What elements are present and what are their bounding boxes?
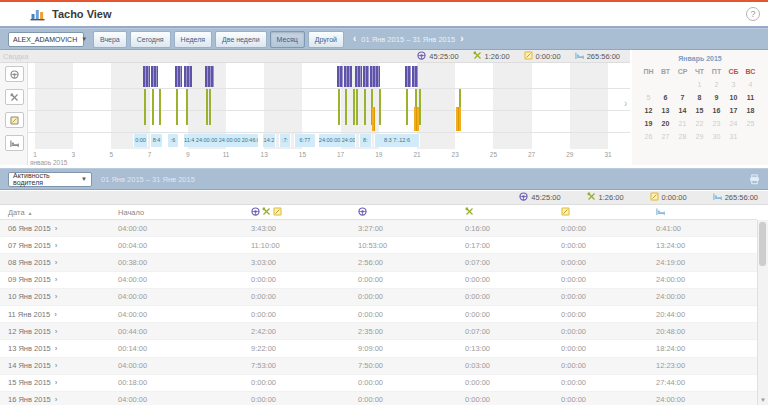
table-row-6[interactable]: 12 Янв 2015›00:44:002:42:002:35:000:07:0… bbox=[0, 323, 757, 340]
calendar-day-20[interactable]: 20 bbox=[657, 117, 674, 130]
calendar-weekday-header: СБ bbox=[725, 65, 742, 78]
range-button-4[interactable]: Месяц bbox=[270, 31, 305, 48]
rail-rest-bed-button[interactable] bbox=[5, 135, 24, 151]
range-button-5[interactable]: Другой bbox=[308, 31, 344, 48]
activity-view-select[interactable]: Активность водителя ▼ bbox=[8, 172, 92, 187]
cell-total: 0:00:00 bbox=[251, 395, 358, 404]
cell-start: 04:00:00 bbox=[118, 275, 251, 284]
table-row-9[interactable]: 15 Янв 2015›00:18:000:00:000:00:000:00:0… bbox=[0, 375, 757, 392]
calendar-day-30: 30 bbox=[708, 130, 725, 143]
rest-bed-icon bbox=[575, 51, 584, 62]
calendar-day-17[interactable]: 17 bbox=[725, 104, 742, 117]
cell-total: 7:53:00 bbox=[251, 361, 358, 370]
scrollbar-thumb[interactable] bbox=[759, 222, 766, 266]
row-expand-chevron-icon[interactable]: › bbox=[54, 310, 57, 319]
range-button-3[interactable]: Две недели bbox=[215, 31, 267, 48]
row-expand-chevron-icon[interactable]: › bbox=[55, 344, 58, 353]
column-header-availability-icon[interactable] bbox=[561, 207, 656, 218]
calendar-day-6[interactable]: 6 bbox=[657, 91, 674, 104]
table-row-10[interactable]: 16 Янв 2015›04:00:000:00:000:00:000:00:0… bbox=[0, 392, 757, 405]
cell-availability: 0:00:00 bbox=[561, 361, 656, 370]
column-header-date[interactable]: Дата▲ bbox=[8, 208, 118, 217]
calendar-day-11[interactable]: 11 bbox=[742, 91, 759, 104]
stat-availability-note: 0:00:00 bbox=[524, 51, 561, 62]
rest-segment: 11:4 24:00:00 24:00:00 20:46:0 bbox=[183, 134, 259, 147]
calendar-weekday-header: ПТ bbox=[708, 65, 725, 78]
driver-select[interactable]: ALEX_ADAMOVICH ▼ bbox=[8, 32, 84, 47]
driving-bar bbox=[143, 66, 150, 87]
table-row-5[interactable]: 11 Янв 2015›04:00:000:00:000:00:000:00:0… bbox=[0, 306, 757, 323]
row-expand-chevron-icon[interactable]: › bbox=[55, 361, 58, 370]
table-row-0[interactable]: 06 Янв 2015›04:00:003:43:003:27:000:16:0… bbox=[0, 220, 757, 237]
row-expand-chevron-icon[interactable]: › bbox=[55, 327, 58, 336]
column-header-total-icons[interactable] bbox=[251, 207, 358, 218]
calendar-day-22: 22 bbox=[691, 117, 708, 130]
cell-driving: 0:00:00 bbox=[358, 310, 465, 319]
table-row-1[interactable]: 07 Янв 2015›00:04:0011:10:0010:53:000:17… bbox=[0, 237, 757, 254]
prev-range-arrow[interactable]: ‹ bbox=[353, 34, 356, 44]
plot-gridline bbox=[28, 132, 630, 133]
app-header: Tacho View ? bbox=[0, 0, 768, 28]
rail-availability-note-button[interactable] bbox=[5, 112, 24, 128]
activity-type-rail bbox=[0, 63, 28, 165]
calendar-day-19[interactable]: 19 bbox=[640, 117, 657, 130]
calendar-day-10[interactable]: 10 bbox=[725, 91, 742, 104]
row-expand-chevron-icon[interactable]: › bbox=[55, 395, 58, 404]
table-scrollbar[interactable]: ▼ bbox=[757, 220, 768, 405]
column-header-rest-icon[interactable] bbox=[656, 207, 757, 218]
summary-chart-panel: 45:25:001:26:000:00:00265:56:00 Сводка 0… bbox=[0, 50, 630, 165]
calendar-day-14[interactable]: 14 bbox=[674, 104, 691, 117]
calendar-day-16[interactable]: 16 bbox=[708, 104, 725, 117]
calendar-day-12[interactable]: 12 bbox=[640, 104, 657, 117]
calendar-day-8[interactable]: 8 bbox=[691, 91, 708, 104]
range-button-2[interactable]: Неделя bbox=[174, 31, 212, 48]
cell-date: 08 Янв 2015› bbox=[8, 258, 118, 267]
cell-availability: 0:00:00 bbox=[561, 378, 656, 387]
axis-tick: 15 bbox=[293, 151, 311, 158]
calendar-day-13[interactable]: 13 bbox=[657, 104, 674, 117]
column-header-work-icon[interactable] bbox=[465, 207, 561, 218]
printer-icon[interactable] bbox=[749, 174, 760, 185]
cell-rest: 24:00:00 bbox=[656, 275, 757, 284]
calendar-day-28: 28 bbox=[674, 130, 691, 143]
next-range-arrow[interactable]: › bbox=[460, 34, 463, 44]
plot-stripe bbox=[570, 63, 608, 149]
column-header-start[interactable]: Начало bbox=[118, 208, 251, 217]
cell-driving: 0:00:00 bbox=[358, 292, 465, 301]
range-button-0[interactable]: Вчера bbox=[93, 31, 127, 48]
axis-tick: 21 bbox=[408, 151, 426, 158]
rail-work-tools-button[interactable] bbox=[5, 89, 24, 105]
calendar-day-25: 25 bbox=[742, 117, 759, 130]
calendar-day-9[interactable]: 9 bbox=[708, 91, 725, 104]
cell-availability: 0:00:00 bbox=[561, 395, 656, 404]
stat-work-tools: 1:26:00 bbox=[587, 192, 624, 203]
rest-segment: 8: bbox=[359, 134, 372, 147]
rest-segment: :6 bbox=[167, 134, 179, 147]
calendar-day-7[interactable]: 7 bbox=[674, 91, 691, 104]
calendar-collapse-handle[interactable]: › bbox=[624, 98, 627, 109]
work-bar bbox=[345, 89, 347, 125]
table-row-7[interactable]: 13 Янв 2015›00:14:009:22:009:09:000:13:0… bbox=[0, 340, 757, 357]
plot-stripe bbox=[35, 63, 73, 149]
cell-work: 0:00:00 bbox=[465, 275, 561, 284]
rail-steering-wheel-button[interactable] bbox=[5, 66, 24, 82]
range-button-1[interactable]: Сегодня bbox=[130, 31, 171, 48]
plot-stripe bbox=[417, 63, 455, 149]
help-icon[interactable]: ? bbox=[746, 7, 760, 21]
scrollbar-down-arrow[interactable]: ▼ bbox=[758, 396, 768, 405]
axis-tick: 7 bbox=[141, 151, 159, 158]
table-row-4[interactable]: 10 Янв 2015›04:00:000:00:000:00:000:00:0… bbox=[0, 289, 757, 306]
row-expand-chevron-icon[interactable]: › bbox=[55, 241, 58, 250]
row-expand-chevron-icon[interactable]: › bbox=[55, 378, 58, 387]
row-expand-chevron-icon[interactable]: › bbox=[55, 258, 58, 267]
calendar-day-18[interactable]: 18 bbox=[742, 104, 759, 117]
driving-bar bbox=[355, 66, 362, 87]
calendar-day-15[interactable]: 15 bbox=[691, 104, 708, 117]
row-expand-chevron-icon[interactable]: › bbox=[55, 224, 58, 233]
table-row-2[interactable]: 08 Янв 2015›00:38:003:03:002:56:000:07:0… bbox=[0, 254, 757, 271]
column-header-driving-icon[interactable] bbox=[358, 207, 465, 218]
row-expand-chevron-icon[interactable]: › bbox=[55, 275, 58, 284]
row-expand-chevron-icon[interactable]: › bbox=[55, 292, 58, 301]
table-row-3[interactable]: 09 Янв 2015›04:00:000:00:000:00:000:00:0… bbox=[0, 272, 757, 289]
table-row-8[interactable]: 14 Янв 2015›04:00:007:53:007:50:000:03:0… bbox=[0, 358, 757, 375]
